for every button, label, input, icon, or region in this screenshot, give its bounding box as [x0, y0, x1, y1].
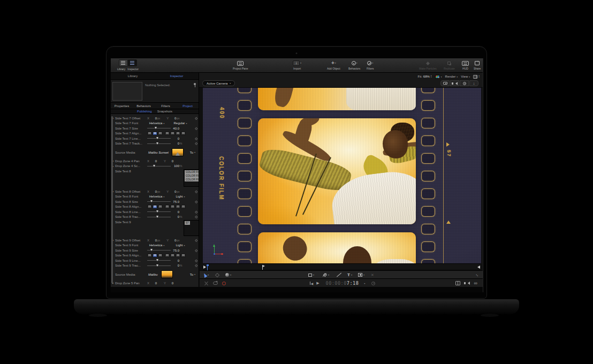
tab-project[interactable]: Project [177, 104, 199, 108]
x-value-field[interactable]: 0 [150, 160, 157, 163]
slider-value-field[interactable]: 0 [173, 137, 179, 140]
y-value-field[interactable]: 0 [167, 282, 173, 285]
slider-track[interactable] [147, 143, 171, 144]
behaviors-button[interactable]: ▾ Behaviors [348, 59, 360, 70]
align-left-button[interactable] [147, 132, 152, 135]
slider-value-field[interactable]: 0 [173, 264, 179, 267]
audio-icon[interactable] [468, 282, 470, 285]
justify-center-button[interactable] [170, 205, 175, 209]
slider-value-field[interactable]: 40.0 [173, 127, 179, 130]
camera-overlay-button[interactable] [440, 80, 450, 86]
media-thumbnail[interactable] [172, 148, 184, 156]
media-thumbnail[interactable] [161, 270, 173, 278]
text-entry-box[interactable]: COLOR FILM400COLOR FILM400COLOR FILM400 [184, 169, 199, 187]
audio-overlay-button[interactable] [450, 80, 459, 86]
tab-behaviors[interactable]: Behaviors [133, 104, 155, 108]
pin-icon[interactable] [194, 83, 196, 85]
x-value-field[interactable]: 0 [150, 239, 157, 242]
justify-full-button[interactable] [181, 132, 186, 135]
slider-value-field[interactable]: 0 [173, 210, 179, 214]
slider-track[interactable] [147, 211, 171, 212]
out-point-marker[interactable] [477, 266, 480, 269]
hud-button[interactable]: HUD [462, 59, 469, 70]
slider-thumb[interactable] [150, 200, 153, 202]
font-face-dropdown[interactable]: Regular▾ [171, 122, 190, 125]
y-value-field[interactable]: 0 [170, 190, 176, 193]
skip-to-start-button[interactable]: ◀ [310, 282, 313, 285]
slider-thumb[interactable] [156, 210, 158, 213]
export-overlay-button[interactable]: ↓ [469, 80, 478, 86]
adjust-arrow-icon[interactable]: ↔ [474, 271, 481, 278]
timecode-display[interactable]: 00:00:07:18 [326, 280, 359, 286]
font-family-dropdown[interactable]: Helvetica▾ [147, 244, 166, 247]
text-entry-box[interactable]: 57 [184, 220, 199, 236]
y-value-field[interactable]: 0 [167, 160, 173, 163]
justify-right-button[interactable] [176, 254, 180, 257]
slider-value-field[interactable]: 0 [173, 259, 179, 262]
add-object-button[interactable]: +▾ Add Object [327, 59, 340, 70]
slider-value-field[interactable]: 75.0 [173, 249, 179, 252]
justify-right-button[interactable] [176, 205, 180, 209]
slider-value-field[interactable]: 0 [173, 142, 179, 145]
inspector-toggle-button[interactable] [128, 59, 137, 66]
make-particles-button[interactable]: Make Particles [419, 59, 437, 70]
canvas-viewport[interactable]: 400 COLOR FILM 57 [203, 88, 481, 263]
slider-track[interactable] [147, 250, 171, 251]
show-timeline-icon[interactable] [455, 281, 460, 285]
playhead[interactable] [207, 264, 208, 270]
justify-full-button[interactable] [181, 254, 186, 257]
media-action-dropdown[interactable]: To▾ [190, 151, 195, 154]
justify-left-button[interactable] [165, 205, 170, 209]
x-value-field[interactable]: 0 [150, 190, 157, 193]
channels-control[interactable]: ▾ [435, 75, 442, 79]
align-right-button[interactable] [158, 254, 163, 257]
library-toggle-button[interactable] [119, 59, 128, 66]
media-action-dropdown[interactable]: To▾ [190, 273, 195, 276]
justify-center-button[interactable] [170, 254, 175, 257]
line-tool[interactable] [336, 271, 341, 279]
mini-timeline[interactable] [203, 263, 481, 270]
select-tool[interactable]: ▾ [203, 271, 209, 279]
x-value-field[interactable]: 0 [150, 117, 157, 120]
subtab-publishing[interactable]: Publishing [137, 110, 152, 113]
align-center-button[interactable] [153, 254, 157, 257]
justify-right-button[interactable] [176, 132, 180, 135]
view-menu[interactable]: View ▾ [461, 75, 470, 78]
align-left-button[interactable] [147, 254, 152, 257]
tab-library[interactable]: Library [111, 73, 155, 79]
in-point-marker[interactable] [203, 266, 206, 269]
font-face-dropdown[interactable]: Light▾ [171, 244, 190, 247]
tab-properties[interactable]: Properties [111, 104, 133, 108]
slider-thumb[interactable] [156, 264, 158, 267]
camera-select-dropdown[interactable]: Active Camera ▾ [202, 80, 235, 86]
loop-icon[interactable]: ∞ [474, 281, 477, 285]
slider-thumb[interactable] [156, 142, 158, 145]
tab-filters[interactable]: Filters [155, 104, 177, 108]
align-center-button[interactable] [153, 205, 157, 209]
snap-icon[interactable] [204, 281, 209, 285]
record-icon[interactable] [222, 282, 226, 285]
tab-inspector[interactable]: Inspector [155, 73, 199, 79]
bezier-tool[interactable]: ▾ [322, 271, 329, 279]
camera-orbit-tool[interactable]: ▾ [225, 271, 231, 279]
slider-track[interactable] [147, 166, 171, 166]
drop-zone-tool[interactable]: ▾ [358, 271, 364, 279]
layout-control[interactable]: ▴▾ [473, 75, 480, 79]
slider-thumb[interactable] [156, 137, 158, 139]
x-value-field[interactable]: 0 [150, 282, 157, 285]
y-value-field[interactable]: 0 [170, 239, 176, 242]
font-family-dropdown[interactable]: Helvetica▾ [147, 122, 166, 125]
timer-overlay-button[interactable] [460, 80, 469, 86]
import-button[interactable]: ↓▾ Import [293, 59, 301, 70]
slider-track[interactable] [147, 217, 171, 217]
slider-value-field[interactable]: 75.0 [173, 200, 179, 203]
align-right-button[interactable] [158, 205, 163, 209]
playback-timer-icon[interactable] [371, 282, 375, 285]
slider-track[interactable] [147, 266, 171, 266]
align-left-button[interactable] [147, 205, 152, 209]
zoom-level-control[interactable]: Fit: 68% ▴▾ [417, 75, 431, 78]
share-button[interactable]: ↑ Share [474, 59, 481, 70]
replicate-button[interactable]: Replicate [444, 59, 455, 70]
slider-value-field[interactable]: 100 [173, 164, 179, 168]
justify-center-button[interactable] [170, 132, 175, 135]
